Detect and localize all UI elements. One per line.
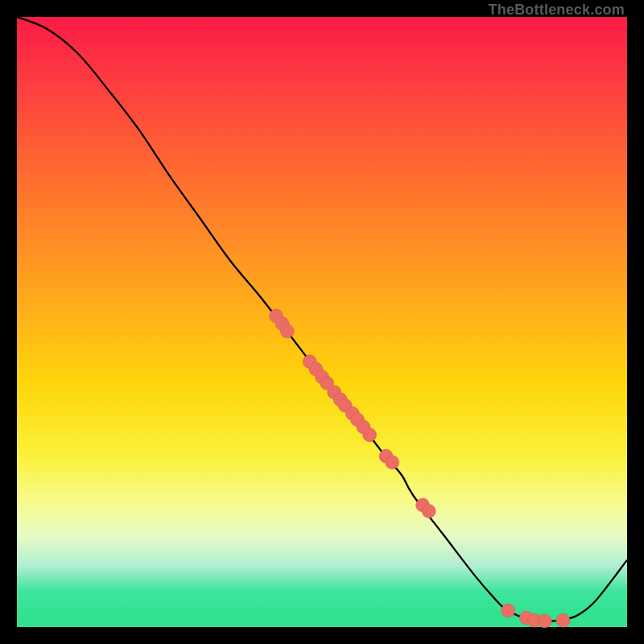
watermark-text: TheBottleneck.com xyxy=(489,2,625,19)
scatter-points xyxy=(270,309,570,628)
chart-frame xyxy=(17,17,627,627)
scatter-dot xyxy=(363,428,377,442)
chart-plot xyxy=(17,17,627,627)
scatter-dot xyxy=(280,324,294,338)
scatter-dot xyxy=(422,505,436,518)
bottleneck-curve xyxy=(17,17,627,621)
scatter-dot xyxy=(556,613,570,627)
scatter-dot xyxy=(502,604,515,617)
scatter-dot xyxy=(538,614,551,628)
scatter-dot xyxy=(386,456,399,469)
